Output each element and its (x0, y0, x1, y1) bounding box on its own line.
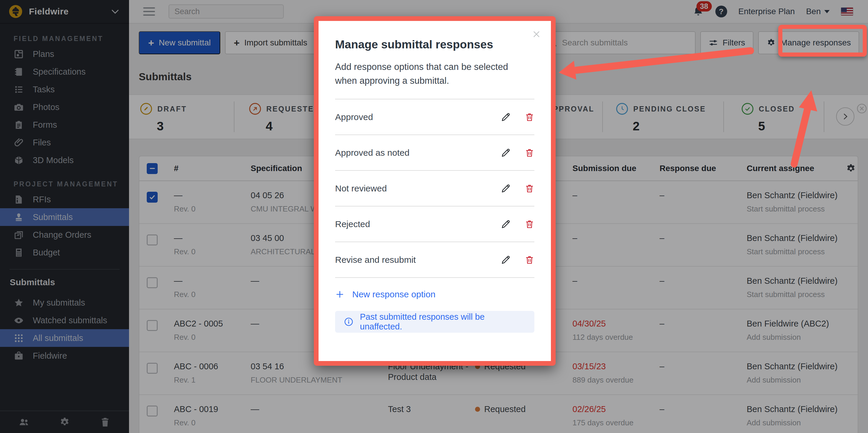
response-option-label: Approved (335, 112, 373, 122)
delete-trash-icon[interactable] (525, 184, 534, 193)
new-response-option-button[interactable]: New response option (335, 278, 534, 311)
edit-pencil-icon[interactable] (500, 183, 511, 194)
delete-trash-icon[interactable] (525, 219, 534, 229)
modal-description: Add response options that can be selecte… (335, 60, 534, 88)
response-option-row: Not reviewed (335, 171, 534, 206)
info-icon (344, 317, 353, 327)
delete-trash-icon[interactable] (525, 255, 534, 265)
plus-icon (335, 290, 345, 299)
response-option-label: Revise and resubmit (335, 255, 416, 265)
response-options-list: Approved Approved as noted Not reviewed … (335, 99, 534, 278)
delete-trash-icon[interactable] (525, 112, 534, 122)
modal-note-text: Past submitted responses will be unaffec… (360, 312, 526, 332)
edit-pencil-icon[interactable] (500, 112, 511, 123)
response-option-row: Revise and resubmit (335, 242, 534, 278)
response-option-label: Not reviewed (335, 184, 387, 194)
modal-info-banner: Past submitted responses will be unaffec… (335, 311, 534, 333)
response-option-row: Rejected (335, 206, 534, 242)
manage-responses-modal: Manage submittal responses Add response … (314, 16, 556, 366)
delete-trash-icon[interactable] (525, 148, 534, 158)
edit-pencil-icon[interactable] (500, 255, 511, 265)
edit-pencil-icon[interactable] (500, 147, 511, 158)
response-option-label: Approved as noted (335, 148, 409, 158)
response-option-row: Approved (335, 99, 534, 135)
response-option-label: Rejected (335, 219, 370, 229)
modal-title: Manage submittal responses (335, 38, 534, 51)
edit-pencil-icon[interactable] (500, 219, 511, 230)
close-icon[interactable] (531, 29, 541, 39)
response-option-row: Approved as noted (335, 135, 534, 171)
